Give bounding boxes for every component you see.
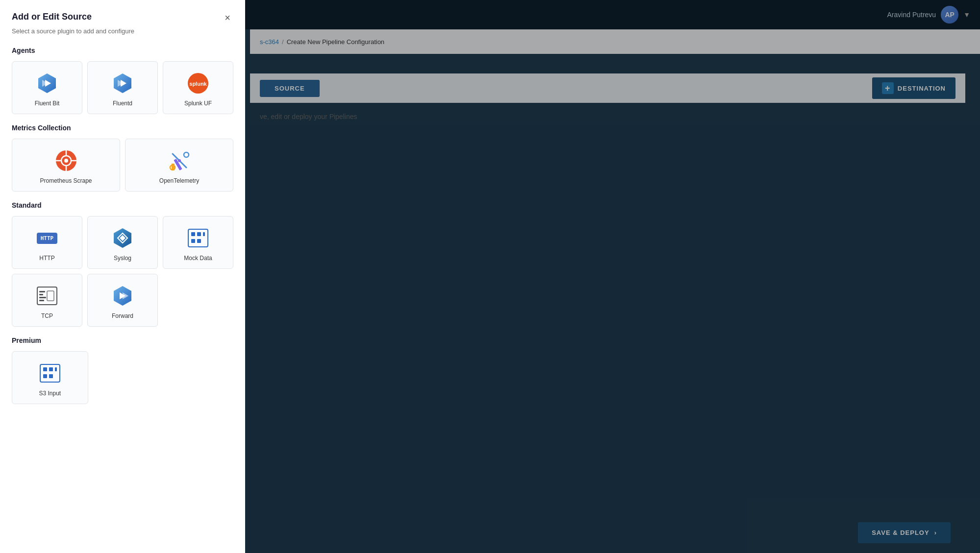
metrics-grid: Prometheus Scrape OpenTelemetry xyxy=(12,139,233,192)
section-heading-premium: Premium xyxy=(12,337,233,344)
svg-rect-41 xyxy=(49,367,53,371)
svg-rect-27 xyxy=(203,232,205,236)
plugin-card-syslog[interactable]: Syslog xyxy=(87,216,158,269)
svg-rect-24 xyxy=(188,229,208,247)
plugin-label-tcp: TCP xyxy=(41,313,53,319)
add-edit-source-modal: Add or Edit Source × Select a source plu… xyxy=(0,0,245,553)
plugin-card-splunk-uf[interactable]: splunk Splunk UF xyxy=(163,61,233,114)
plugin-icon-s3-input xyxy=(38,361,62,385)
plugin-label-s3-input: S3 Input xyxy=(39,390,61,397)
plugin-icon-mock-data xyxy=(186,226,210,250)
plugin-card-opentelemetry[interactable]: OpenTelemetry xyxy=(125,139,233,192)
plugin-card-http[interactable]: HTTP HTTP xyxy=(12,216,82,269)
section-heading-agents: Agents xyxy=(12,47,233,54)
section-heading-standard: Standard xyxy=(12,201,233,209)
svg-rect-40 xyxy=(43,367,47,371)
plugin-icon-syslog xyxy=(111,226,134,250)
plugin-icon-fluent-bit xyxy=(35,72,59,95)
plugin-card-fluentd[interactable]: Fluentd xyxy=(87,61,158,114)
modal-header: Add or Edit Source × xyxy=(12,12,233,24)
plugin-card-mock-data[interactable]: Mock Data xyxy=(163,216,233,269)
svg-rect-26 xyxy=(197,232,201,236)
plugin-icon-fluentd xyxy=(111,72,134,95)
plugin-label-forward: Forward xyxy=(112,313,133,319)
svg-rect-31 xyxy=(39,291,45,292)
svg-rect-25 xyxy=(191,232,195,236)
plugin-label-splunk-uf: Splunk UF xyxy=(184,100,212,107)
premium-grid: S3 Input xyxy=(12,351,88,404)
plugin-label-http: HTTP xyxy=(39,255,54,262)
plugin-label-syslog: Syslog xyxy=(114,255,131,262)
plugin-card-forward[interactable]: Forward xyxy=(87,274,158,327)
svg-rect-29 xyxy=(197,239,201,243)
plugin-card-prometheus-scrape[interactable]: Prometheus Scrape xyxy=(12,139,120,192)
plugin-label-prometheus-scrape: Prometheus Scrape xyxy=(40,177,92,184)
svg-rect-32 xyxy=(39,294,43,295)
svg-rect-43 xyxy=(43,374,47,378)
plugin-icon-splunk-uf: splunk xyxy=(186,72,210,95)
svg-text:splunk: splunk xyxy=(189,81,207,87)
standard-grid: HTTP HTTP Sy xyxy=(12,216,233,327)
svg-rect-28 xyxy=(191,239,195,243)
plugin-label-fluent-bit: Fluent Bit xyxy=(35,100,60,107)
modal-close-button[interactable]: × xyxy=(222,12,233,24)
svg-rect-39 xyxy=(40,364,60,382)
plugin-icon-forward xyxy=(111,284,134,308)
modal-subtitle: Select a source plugin to add and config… xyxy=(12,27,233,35)
svg-rect-33 xyxy=(39,297,46,298)
agents-grid: Fluent Bit Fluentd xyxy=(12,61,233,114)
svg-rect-34 xyxy=(39,300,44,301)
plugin-label-fluentd: Fluentd xyxy=(113,100,132,107)
svg-rect-42 xyxy=(55,367,57,371)
svg-point-20 xyxy=(178,159,181,162)
modal-title: Add or Edit Source xyxy=(12,12,92,22)
plugin-icon-tcp xyxy=(35,284,59,308)
plugin-label-mock-data: Mock Data xyxy=(184,255,212,262)
svg-point-18 xyxy=(184,152,189,157)
plugin-card-fluent-bit[interactable]: Fluent Bit xyxy=(12,61,82,114)
svg-rect-35 xyxy=(47,291,54,301)
plugin-icon-opentelemetry xyxy=(168,149,191,172)
plugin-icon-prometheus-scrape xyxy=(54,149,78,172)
plugin-card-s3-input[interactable]: S3 Input xyxy=(12,351,88,404)
svg-point-10 xyxy=(64,159,68,163)
plugin-icon-http: HTTP xyxy=(35,226,59,250)
section-heading-metrics: Metrics Collection xyxy=(12,124,233,132)
svg-rect-44 xyxy=(49,374,53,378)
plugin-label-opentelemetry: OpenTelemetry xyxy=(159,177,199,184)
plugin-card-tcp[interactable]: TCP xyxy=(12,274,82,327)
